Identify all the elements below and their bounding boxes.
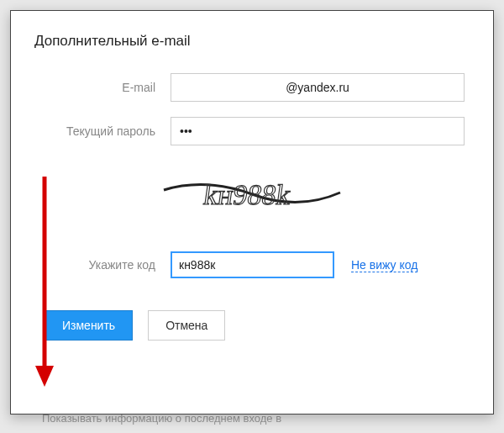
submit-button[interactable]: Изменить <box>45 310 133 341</box>
captcha-code-field[interactable] <box>171 251 334 278</box>
modal-title: Дополнительный e-mail <box>34 33 475 50</box>
additional-email-modal: Дополнительный e-mail E-mail Текущий пар… <box>10 10 494 415</box>
password-row: Текущий пароль <box>29 117 475 145</box>
email-row: E-mail <box>29 73 475 102</box>
captcha-image: kн988k <box>160 161 344 226</box>
email-field[interactable] <box>171 73 465 102</box>
email-label: E-mail <box>29 81 171 94</box>
code-label: Укажите код <box>29 258 171 272</box>
svg-text:kн988k: kн988k <box>202 179 293 210</box>
captcha-row: kн988k <box>29 161 475 226</box>
cancel-button[interactable]: Отмена <box>148 310 225 341</box>
password-label: Текущий пароль <box>29 124 171 138</box>
code-row: Укажите код Не вижу код <box>29 251 475 278</box>
password-field[interactable] <box>171 117 465 145</box>
refresh-captcha-link[interactable]: Не вижу код <box>351 258 417 272</box>
buttons-row: Изменить Отмена <box>45 310 475 341</box>
